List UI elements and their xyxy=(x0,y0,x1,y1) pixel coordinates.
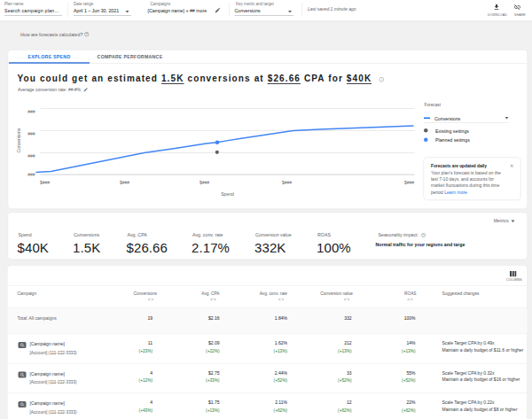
svg-text:$###: $### xyxy=(120,180,129,185)
svg-text:###: ### xyxy=(27,109,35,114)
svg-text:$###: $### xyxy=(282,180,292,185)
svg-text:Spend: Spend xyxy=(221,191,234,197)
svg-text:?: ? xyxy=(86,33,88,36)
svg-text:###: ### xyxy=(27,153,35,159)
svg-text:?: ? xyxy=(423,234,425,237)
svg-text:###: ### xyxy=(27,131,35,136)
svg-text:$###: $### xyxy=(40,180,50,185)
svg-text:$###: $### xyxy=(200,180,209,185)
svg-text:###: ### xyxy=(27,172,35,177)
svg-text:$###: $### xyxy=(404,180,414,185)
svg-text:Conversions: Conversions xyxy=(16,128,21,152)
